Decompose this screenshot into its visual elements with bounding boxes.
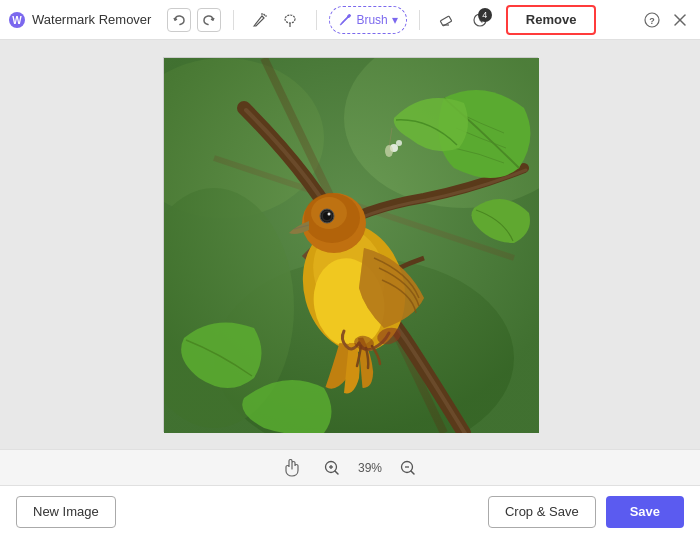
- save-button[interactable]: Save: [606, 496, 684, 528]
- zoom-out-button[interactable]: [394, 454, 422, 482]
- app-title: Watermark Remover: [32, 12, 151, 27]
- divider-3: [419, 10, 420, 30]
- remove-button[interactable]: Remove: [506, 5, 597, 35]
- brush-tool-button[interactable]: Brush ▾: [329, 6, 406, 34]
- new-image-button[interactable]: New Image: [16, 496, 116, 528]
- svg-text:W: W: [12, 15, 22, 26]
- undo-button[interactable]: [167, 8, 191, 32]
- close-button[interactable]: [668, 8, 692, 32]
- bottom-bar: New Image Crop & Save Save: [0, 485, 700, 537]
- title-bar-right: ?: [640, 8, 692, 32]
- crop-save-button[interactable]: Crop & Save: [488, 496, 596, 528]
- eraser-tool-button[interactable]: [432, 6, 460, 34]
- pan-tool-button[interactable]: [278, 454, 306, 482]
- zoom-level: 39%: [358, 461, 382, 475]
- help-button[interactable]: ?: [640, 8, 664, 32]
- image-container[interactable]: [163, 57, 538, 432]
- divider-1: [233, 10, 234, 30]
- svg-line-44: [335, 471, 338, 474]
- history-button[interactable]: 4: [466, 6, 494, 34]
- app-logo: W: [8, 11, 26, 29]
- brush-dropdown-icon: ▾: [392, 13, 398, 27]
- title-bar: W Watermark Remover: [0, 0, 700, 40]
- svg-point-5: [285, 15, 295, 23]
- zoom-out-icon: [400, 460, 416, 476]
- brush-icon: [338, 13, 352, 27]
- bottom-right: Crop & Save Save: [488, 496, 684, 528]
- svg-point-36: [396, 140, 402, 146]
- history-badge: 4: [478, 8, 492, 22]
- brush-label: Brush: [356, 13, 387, 27]
- svg-text:?: ?: [649, 16, 655, 26]
- undo-icon: [173, 14, 185, 26]
- wand-icon: [252, 12, 268, 28]
- svg-line-47: [411, 471, 414, 474]
- redo-button[interactable]: [197, 8, 221, 32]
- redo-icon: [203, 14, 215, 26]
- hand-icon: [283, 459, 301, 477]
- help-icon: ?: [644, 12, 660, 28]
- title-bar-left: W Watermark Remover: [8, 5, 596, 35]
- bird-image: [164, 58, 539, 433]
- close-icon: [673, 13, 687, 27]
- lasso-tool-button[interactable]: [276, 6, 304, 34]
- divider-2: [316, 10, 317, 30]
- wand-tool-button[interactable]: [246, 6, 274, 34]
- tool-group: [246, 6, 304, 34]
- svg-line-4: [264, 14, 266, 16]
- lasso-icon: [282, 12, 298, 28]
- zoom-bar: 39%: [0, 449, 700, 485]
- svg-point-32: [327, 213, 330, 216]
- canvas-area: [0, 40, 700, 449]
- eraser-icon: [438, 12, 454, 28]
- zoom-in-button[interactable]: [318, 454, 346, 482]
- zoom-in-icon: [324, 460, 340, 476]
- svg-point-38: [385, 145, 393, 157]
